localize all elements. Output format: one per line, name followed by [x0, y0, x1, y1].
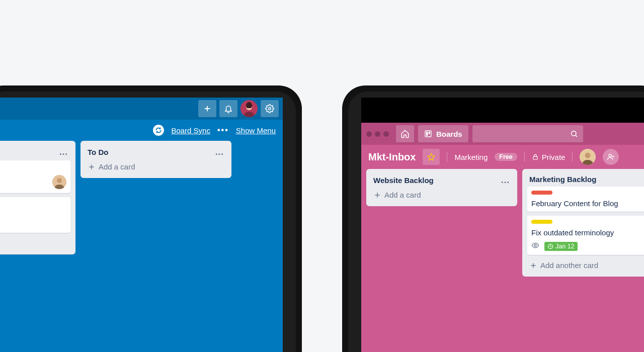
- home-button[interactable]: [396, 125, 414, 142]
- list-to-do: To Do … Add a card: [80, 141, 231, 178]
- list-marketing-backlog: Marketing Backlog February Content for B…: [522, 169, 644, 277]
- board-second-bar: Board Sync ••• Show Menu: [0, 120, 283, 141]
- invite-button[interactable]: [603, 149, 619, 165]
- search-icon: [570, 130, 578, 138]
- add-another-card-button[interactable]: Add another card: [527, 259, 644, 272]
- boards-button[interactable]: Boards: [418, 125, 468, 142]
- svg-point-2: [269, 108, 271, 110]
- board-member-avatar[interactable]: [580, 149, 596, 165]
- card-member-avatar[interactable]: [52, 175, 66, 189]
- notifications-button[interactable]: [219, 100, 237, 117]
- list-title[interactable]: Marketing Backlog: [529, 175, 596, 184]
- card-title: February Content for Blog: [531, 199, 644, 208]
- board-second-bar: Mkt-Inbox Marketing Free Private: [361, 145, 644, 169]
- list-website-backlog: Website Backlog … Add a card: [366, 169, 517, 206]
- due-date-badge: Jan 12: [544, 242, 578, 251]
- add-card-button[interactable]: Add a card: [86, 160, 226, 173]
- add-another-card-button[interactable]: other card: [0, 237, 70, 249]
- board-sync-link[interactable]: Board Sync: [171, 126, 210, 135]
- board-pink: Boards Mkt-Inbox Marketing Free Private: [361, 98, 644, 352]
- team-name[interactable]: Marketing: [454, 153, 488, 161]
- card-label-orange: [531, 191, 552, 195]
- user-avatar[interactable]: [240, 100, 258, 117]
- list-menu-button[interactable]: …: [215, 147, 224, 157]
- watching-icon: [531, 241, 539, 249]
- search-field[interactable]: [472, 125, 583, 142]
- svg-point-5: [57, 178, 62, 183]
- card[interactable]: filters 2: [0, 197, 70, 233]
- app-top-bar: Boards: [361, 123, 644, 145]
- app-top-bar: [0, 98, 283, 120]
- laptop-left: Board Sync ••• Show Menu … ted terminolo…: [0, 85, 302, 352]
- window-traffic-lights: [366, 131, 389, 137]
- privacy-button[interactable]: Private: [532, 153, 566, 161]
- card[interactable]: ted terminology an 12: [0, 160, 70, 193]
- list-partial-left: … ted terminology an 12: [0, 141, 75, 254]
- lists-row: Website Backlog … Add a card Marketing B…: [361, 169, 644, 352]
- card-label-yellow: [531, 220, 552, 224]
- sync-icon: [153, 125, 164, 136]
- lock-icon: [532, 153, 539, 160]
- laptop-right: Boards Mkt-Inbox Marketing Free Private: [342, 85, 644, 352]
- show-menu-link[interactable]: Show Menu: [236, 126, 276, 135]
- card[interactable]: Fix outdated terminology Jan 12: [527, 216, 644, 255]
- card-title: filters: [0, 210, 66, 218]
- card[interactable]: February Content for Blog: [527, 187, 644, 212]
- plan-chip: Free: [495, 153, 517, 161]
- card-title: Fix outdated terminology: [531, 228, 644, 237]
- svg-rect-6: [425, 131, 431, 137]
- board-title[interactable]: Mkt-Inbox: [368, 151, 416, 163]
- board-blue: Board Sync ••• Show Menu … ted terminolo…: [0, 98, 283, 352]
- svg-point-14: [534, 244, 536, 246]
- svg-point-12: [585, 153, 591, 158]
- add-card-button[interactable]: Add a card: [371, 189, 512, 201]
- list-menu-button[interactable]: …: [501, 175, 510, 186]
- svg-rect-7: [426, 132, 428, 136]
- svg-rect-10: [533, 156, 537, 159]
- list-title[interactable]: To Do: [88, 148, 108, 156]
- star-button[interactable]: [423, 149, 440, 165]
- create-button[interactable]: [198, 100, 216, 117]
- svg-point-13: [609, 154, 611, 157]
- more-icon[interactable]: •••: [217, 126, 229, 135]
- settings-button[interactable]: [261, 100, 279, 117]
- svg-point-9: [571, 131, 576, 136]
- list-title[interactable]: Website Backlog: [373, 176, 434, 185]
- svg-rect-8: [429, 132, 430, 134]
- lists-row: … ted terminology an 12: [0, 141, 283, 352]
- list-menu-button[interactable]: …: [59, 147, 68, 157]
